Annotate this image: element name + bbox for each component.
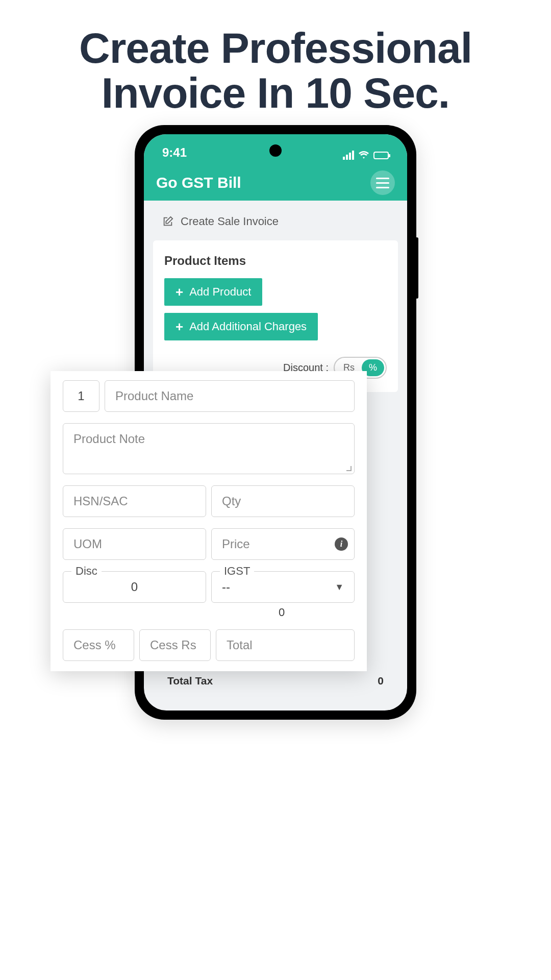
igst-select[interactable]: IGST -- ▼ xyxy=(211,571,355,603)
plus-icon: + xyxy=(176,285,183,299)
app-header: Go GST Bill xyxy=(144,165,407,201)
info-icon[interactable]: i xyxy=(335,537,348,551)
page-subtitle: Create Sale Invoice xyxy=(144,201,407,240)
hsn-input[interactable]: HSN/SAC xyxy=(63,485,206,517)
camera-notch xyxy=(269,144,282,157)
edit-icon xyxy=(162,216,173,227)
add-product-button[interactable]: + Add Product xyxy=(164,278,262,306)
wifi-icon xyxy=(358,151,369,160)
battery-icon xyxy=(373,152,389,159)
product-name-input[interactable]: Product Name xyxy=(105,380,355,412)
product-note-input[interactable]: Product Note xyxy=(63,423,355,474)
marketing-headline: Create Professional Invoice In 10 Sec. xyxy=(0,0,551,136)
headline-line1: Create Professional xyxy=(10,26,541,70)
add-charges-label: Add Additional Charges xyxy=(189,320,307,333)
igst-label: IGST xyxy=(220,565,254,578)
igst-amount: 0 xyxy=(209,606,355,619)
total-tax-label: Total Tax xyxy=(167,675,213,687)
status-icons xyxy=(343,151,389,160)
page-subtitle-text: Create Sale Invoice xyxy=(181,215,279,228)
total-input[interactable]: Total xyxy=(216,629,355,661)
signal-icon xyxy=(343,151,354,160)
resize-handle-icon xyxy=(346,466,352,471)
disc-input[interactable]: Disc 0 xyxy=(63,571,206,603)
app-title: Go GST Bill xyxy=(156,174,241,191)
uom-input[interactable]: UOM xyxy=(63,528,206,560)
total-tax-row: Total Tax 0 xyxy=(167,675,384,687)
total-tax-value: 0 xyxy=(378,675,384,687)
product-items-card: Product Items + Add Product + Add Additi… xyxy=(153,240,398,392)
card-title: Product Items xyxy=(164,254,387,268)
qty-input[interactable]: Qty xyxy=(211,485,355,517)
cess-rs-input[interactable]: Cess Rs xyxy=(139,629,211,661)
igst-value: -- xyxy=(222,580,335,594)
side-button xyxy=(415,237,418,299)
headline-line2: Invoice In 10 Sec. xyxy=(10,70,541,115)
status-time: 9:41 xyxy=(162,145,187,160)
disc-label: Disc xyxy=(71,565,102,578)
menu-icon[interactable] xyxy=(370,170,395,195)
disc-value: 0 xyxy=(73,580,195,594)
plus-icon: + xyxy=(176,320,183,333)
price-input[interactable]: Price i xyxy=(211,528,355,560)
add-product-label: Add Product xyxy=(189,285,251,299)
add-charges-button[interactable]: + Add Additional Charges xyxy=(164,313,318,340)
item-index: 1 xyxy=(63,380,99,412)
cess-pct-input[interactable]: Cess % xyxy=(63,629,134,661)
chevron-down-icon: ▼ xyxy=(335,582,344,593)
product-form-panel: 1 Product Name Product Note HSN/SAC Qty … xyxy=(51,371,367,671)
